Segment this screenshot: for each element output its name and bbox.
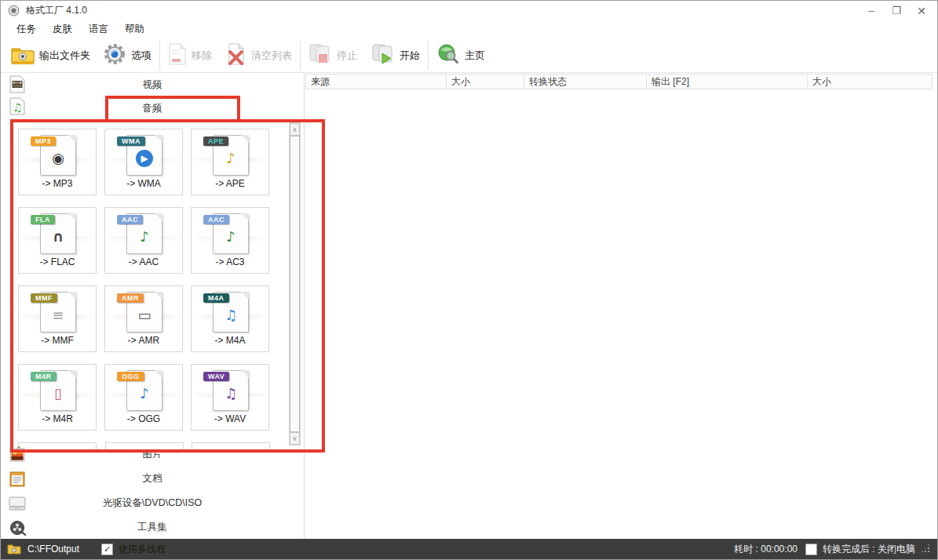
format-badge: WMA <box>117 136 145 146</box>
menu-skin[interactable]: 皮肤 <box>53 23 72 36</box>
format-label: -> APE <box>192 178 268 189</box>
format-card-ac3[interactable]: AAC ♪ -> AC3 <box>191 207 269 274</box>
audio-format-grid: MP3 ◉ -> MP3 WMA ▶ -> WMA APE ♪ -> APE F… <box>18 129 269 431</box>
format-card-mmf[interactable]: MMF ≡ -> MMF <box>18 285 97 352</box>
format-badge: AMR <box>117 293 144 303</box>
tab-picture[interactable]: 图片 <box>1 442 304 467</box>
menu-language[interactable]: 语言 <box>89 23 108 36</box>
format-badge: APE <box>203 136 228 146</box>
music-notes-icon: ♫ <box>222 385 239 402</box>
grid-scrollbar[interactable]: ∧ ∨ <box>289 122 301 445</box>
format-label: -> OGG <box>105 413 182 424</box>
tab-video[interactable]: 视频 <box>1 74 304 96</box>
multithread-label: 使用多线程 <box>119 543 166 556</box>
menu-help[interactable]: 帮助 <box>125 23 144 36</box>
home-label: 主页 <box>465 49 485 63</box>
toolbar-divider <box>1 72 937 73</box>
multithread-checkbox[interactable]: ✓ <box>101 544 113 555</box>
start-button[interactable]: 开始 <box>371 43 420 67</box>
clear-list-label: 清空列表 <box>251 49 292 63</box>
column-status[interactable]: 转换状态 <box>524 74 647 89</box>
output-path[interactable]: C:\FFOutput <box>27 544 79 555</box>
format-badge: MMF <box>31 293 57 303</box>
format-card-wma[interactable]: WMA ▶ -> WMA <box>104 129 183 195</box>
tab-audio-label: 音频 <box>143 96 162 121</box>
close-button[interactable]: ✕ <box>909 1 934 20</box>
format-card-ape[interactable]: APE ♪ -> APE <box>191 129 269 195</box>
tab-document[interactable]: 文档 <box>1 467 304 491</box>
remove-icon <box>168 43 187 67</box>
format-label: -> FLAC <box>19 256 96 267</box>
start-icon <box>371 43 395 67</box>
format-label: -> M4A <box>192 335 268 346</box>
output-folder-label: 输出文件夹 <box>39 49 90 63</box>
format-badge: WAV <box>203 372 229 381</box>
toolbar-separator <box>428 42 429 70</box>
window-title: 格式工厂 4.1.0 <box>26 4 87 17</box>
options-button[interactable]: 选项 <box>103 42 151 68</box>
resize-grip-icon[interactable] <box>923 546 929 552</box>
format-card-mp3[interactable]: MP3 ◉ -> MP3 <box>18 129 97 195</box>
format-card-m4r[interactable]: M4R ▯ -> M4R <box>18 364 97 431</box>
format-card-ogg[interactable]: OGG ♪ -> OGG <box>104 364 183 431</box>
stop-icon <box>308 43 332 67</box>
play-orb-icon: ▶ <box>136 150 153 167</box>
shutdown-checkbox[interactable] <box>805 544 817 555</box>
phone-icon: ▯ <box>49 385 67 402</box>
format-badge: FLA <box>31 215 55 224</box>
tab-disc[interactable]: 光驱设备\DVD\CD\ISO <box>1 491 304 515</box>
file-page-icon: M4A ♫ <box>213 292 249 333</box>
stop-button[interactable]: 停止 <box>308 43 357 67</box>
column-output[interactable]: 输出 [F2] <box>647 74 808 89</box>
format-label: -> AAC <box>105 256 182 267</box>
options-label: 选项 <box>131 49 151 63</box>
headphones-icon: ∩ <box>49 228 67 245</box>
stop-label: 停止 <box>337 49 357 63</box>
column-size2[interactable]: 大小 <box>808 74 933 89</box>
file-page-icon: FLA ∩ <box>40 213 76 254</box>
toolbar: 输出文件夹 选项 移除 <box>1 38 937 72</box>
format-card-amr[interactable]: AMR ▭ -> AMR <box>104 285 183 352</box>
tab-toolset[interactable]: 工具集 <box>1 515 304 540</box>
recorder-icon: ▭ <box>136 307 153 324</box>
output-folder-button[interactable]: 输出文件夹 <box>11 44 90 67</box>
clear-list-button[interactable]: 清空列表 <box>226 43 292 67</box>
remove-button[interactable]: 移除 <box>168 43 212 67</box>
scroll-up-button[interactable]: ∧ <box>290 123 300 136</box>
column-source[interactable]: 来源 <box>305 74 447 89</box>
task-table-header: 来源 大小 转换状态 输出 [F2] 大小 <box>305 74 933 89</box>
app-icon <box>8 5 20 16</box>
music-note-icon: ♪ <box>136 385 153 402</box>
format-card-flac[interactable]: FLA ∩ -> FLAC <box>18 207 97 274</box>
tab-audio[interactable]: 音频 <box>1 96 304 121</box>
toolbar-separator <box>300 42 301 70</box>
format-card-wav[interactable]: WAV ♫ -> WAV <box>191 364 269 431</box>
home-button[interactable]: 主页 <box>436 43 485 67</box>
toolbar-separator <box>159 42 160 70</box>
remove-label: 移除 <box>192 49 212 63</box>
file-page-icon: OGG ♪ <box>126 370 162 411</box>
document-lines-icon: ≡ <box>49 307 67 324</box>
format-badge: AAC <box>203 215 229 224</box>
options-gear-icon <box>103 42 126 68</box>
status-bar: C:\FFOutput ✓ 使用多线程 耗时 : 00:00:00 转换完成后 … <box>1 539 937 559</box>
file-page-icon: M4R ▯ <box>40 370 76 411</box>
maximize-button[interactable]: ❐ <box>884 1 909 20</box>
note-speaker-icon: ♪ <box>136 228 153 245</box>
format-badge: AAC <box>117 215 143 224</box>
format-label: -> WMA <box>105 178 182 189</box>
note-speaker-icon: ♪ <box>222 228 239 245</box>
tab-picture-label: 图片 <box>143 442 162 467</box>
menu-task[interactable]: 任务 <box>16 23 36 36</box>
column-size[interactable]: 大小 <box>447 74 524 89</box>
tab-video-label: 视频 <box>143 74 162 96</box>
format-card-aac[interactable]: AAC ♪ -> AAC <box>104 207 183 274</box>
scrollbar-thumb[interactable] <box>290 136 300 432</box>
file-page-icon: AMR ▭ <box>126 292 162 333</box>
output-path-folder-icon[interactable] <box>7 544 21 555</box>
tab-disc-label: 光驱设备\DVD\CD\ISO <box>103 491 202 515</box>
minimize-button[interactable]: – <box>859 1 884 20</box>
tab-toolset-label: 工具集 <box>137 515 167 540</box>
shutdown-label: 转换完成后 : 关闭电脑 <box>823 543 915 556</box>
format-card-m4a[interactable]: M4A ♫ -> M4A <box>191 285 269 352</box>
